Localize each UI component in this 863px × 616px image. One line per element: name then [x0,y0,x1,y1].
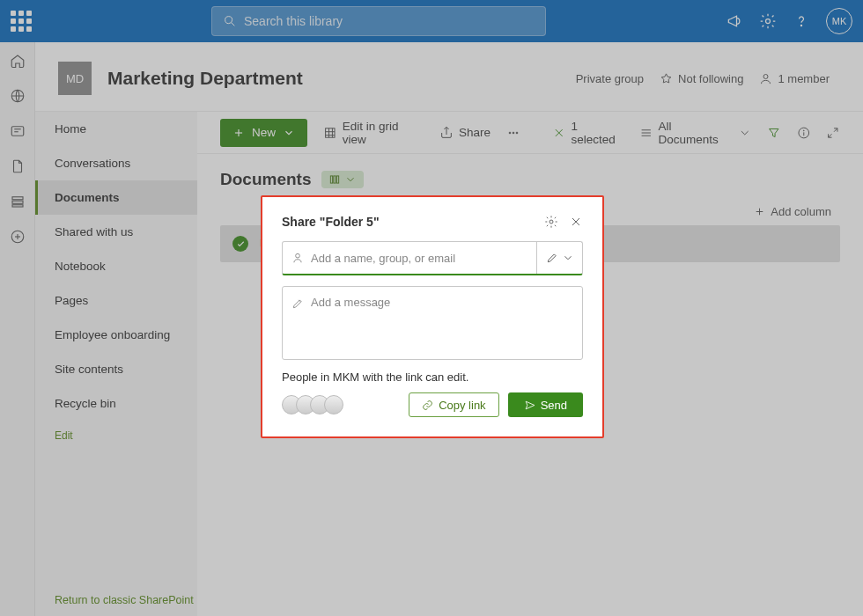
message-field [282,286,583,360]
gear-icon[interactable] [544,215,558,229]
close-icon[interactable] [569,215,583,229]
link-settings-notice[interactable]: People in MKM with the link can edit. [282,370,583,384]
person-icon [291,252,304,264]
send-label: Send [541,399,567,412]
chevron-down-icon [562,252,574,264]
send-icon [524,400,535,411]
svg-point-44 [296,253,300,258]
dialog-footer: Copy link Send [282,392,583,417]
face-pile[interactable] [282,395,343,414]
send-button[interactable]: Send [508,392,583,417]
recipient-field [282,241,583,275]
dialog-header: Share "Folder 5" [282,215,583,229]
pencil-icon [546,252,558,264]
share-dialog: Share "Folder 5" People in MKM with the … [261,195,604,438]
dialog-title: Share "Folder 5" [282,215,534,229]
link-icon [422,400,433,411]
copy-link-button[interactable]: Copy link [409,392,498,417]
copy-link-label: Copy link [439,399,485,412]
svg-point-41 [550,220,553,224]
recipient-input[interactable] [311,252,527,265]
avatar [324,395,343,414]
message-input[interactable] [311,296,573,350]
permission-selector[interactable] [536,242,582,274]
compose-icon [291,297,304,310]
recipient-input-wrap [283,242,536,274]
